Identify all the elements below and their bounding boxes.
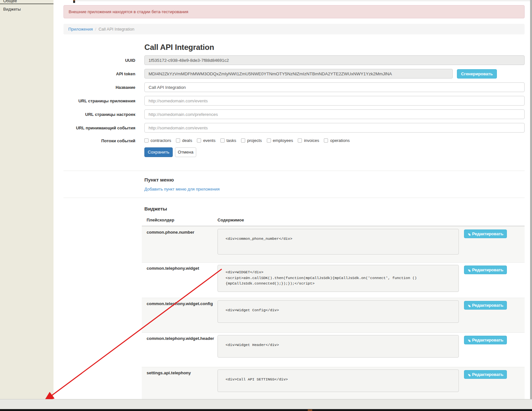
widget-content-code: <div>Widget Config</div> [218, 300, 459, 323]
app-url-label: URL страницы приложения [0, 98, 135, 103]
checkbox-box[interactable] [220, 138, 225, 143]
api-token-field[interactable] [144, 69, 453, 79]
bottom-edge-highlight [308, 409, 312, 411]
widget-content-code: <div>Widget Header</div> [218, 335, 459, 358]
app-url-field[interactable] [144, 96, 525, 106]
uuid-label: UUID [0, 58, 135, 63]
beta-alert: Внешние приложения находятся в стадии бе… [63, 5, 525, 18]
app-window: Общее Виджеты Внешние приложения находят… [0, 0, 532, 411]
checkbox-box[interactable] [176, 138, 180, 143]
section-divider [63, 171, 525, 171]
cancel-button[interactable]: Отмена [175, 147, 196, 157]
column-header-placeholder: Плейсхолдер [147, 218, 174, 222]
section-divider [63, 198, 525, 198]
breadcrumb: Приложения/Call API Integration [63, 24, 525, 34]
checkbox-contractors[interactable]: contractors [144, 138, 171, 143]
widget-table-row: common.telephony.widget.header <div>Widg… [142, 332, 525, 367]
pencil-icon: ✎ [465, 339, 473, 342]
pencil-icon: ✎ [465, 304, 473, 307]
settings-url-field[interactable] [144, 109, 525, 119]
checkbox-box[interactable] [197, 138, 201, 143]
widget-placeholder-name: common.telephony.widget.header [147, 336, 214, 341]
widget-table-row: settings.api.telephony <div>Call API SET… [142, 367, 525, 399]
cutoff-header-underline [74, 1, 532, 1]
widget-placeholder-name: common.telephony.widget.config [147, 301, 213, 306]
checkbox-box[interactable] [324, 138, 328, 143]
checkbox-employees[interactable]: employees [267, 138, 293, 143]
checkbox-invoices[interactable]: invoices [298, 138, 319, 143]
breadcrumb-link-applications[interactable]: Приложения [68, 27, 93, 32]
widget-placeholder-name: common.phone.number [147, 230, 194, 235]
widget-placeholder-name: common.telephony.widget [147, 266, 199, 271]
cutoff-header-fragment [73, 0, 75, 3]
edit-widget-button[interactable]: ✎Редактировать [464, 336, 507, 344]
pencil-icon: ✎ [465, 233, 473, 236]
edit-widget-button[interactable]: ✎Редактировать [464, 229, 507, 238]
page-title: Call API Integration [144, 43, 214, 52]
checkbox-projects[interactable]: projects [241, 138, 262, 143]
name-field[interactable] [144, 82, 525, 92]
vertical-scrollbar[interactable] [530, 0, 532, 399]
checkbox-box[interactable] [241, 138, 245, 143]
widget-content-code: <div>Call API SETTINGS</div> [218, 369, 459, 392]
widget-table-row: common.phone.number <div>common_phone_nu… [142, 226, 525, 262]
event-streams-row: contractors deals events tasks projects … [144, 138, 350, 143]
bottom-edge-strip [0, 409, 532, 411]
bottom-toolbar: WIDGET 65 2 [0, 399, 532, 409]
events-url-field[interactable] [144, 123, 525, 133]
events-url-label: URL принимающий события [0, 126, 135, 130]
sidebar-item-widgets[interactable]: Виджеты [0, 7, 53, 12]
uuid-field[interactable] [144, 55, 525, 65]
checkbox-box[interactable] [267, 138, 271, 143]
api-token-label: API token [0, 71, 135, 76]
sidebar-item-label: Виджеты [3, 7, 21, 12]
edit-widget-button[interactable]: ✎Редактировать [464, 301, 507, 310]
checkbox-box[interactable] [298, 138, 302, 143]
checkbox-events[interactable]: events [197, 138, 215, 143]
settings-url-label: URL страницы настроек [0, 112, 135, 117]
checkbox-operations[interactable]: operations [324, 138, 350, 143]
widgets-section-title: Виджеты [144, 206, 167, 212]
checkbox-tasks[interactable]: tasks [220, 138, 236, 143]
widget-content-code: <div>common_phone_number</div> [218, 229, 459, 255]
name-label: Название [0, 85, 135, 90]
pencil-icon: ✎ [465, 374, 473, 377]
beta-alert-text: Внешние приложения находятся в стадии бе… [69, 9, 188, 14]
sidebar-item-label: Общее [3, 0, 17, 3]
breadcrumb-separator: / [93, 27, 99, 32]
pencil-icon: ✎ [465, 269, 473, 272]
widget-content-code: <div>WIDGET</div> <script>a9n.callSDK().… [218, 265, 459, 292]
sidebar-divider [0, 4, 53, 4]
generate-token-button[interactable]: Сгенерировать [457, 69, 497, 79]
column-header-content: Содержимое [218, 218, 244, 222]
checkbox-deals[interactable]: deals [176, 138, 192, 143]
widget-table-row: common.telephony.widget <div>WIDGET</div… [142, 262, 525, 298]
breadcrumb-current: Call API Integration [99, 27, 134, 32]
widget-placeholder-name: settings.api.telephony [147, 370, 191, 375]
sidebar-item-general[interactable]: Общее [0, 0, 53, 3]
save-button[interactable]: Сохранить [144, 147, 173, 157]
widget-table-row: common.telephony.widget.config <div>Widg… [142, 298, 525, 332]
event-streams-label: Потоки событий [0, 138, 135, 143]
edit-widget-button[interactable]: ✎Редактировать [464, 370, 507, 379]
menu-section-title: Пункт меню [144, 177, 174, 183]
checkbox-box[interactable] [144, 138, 149, 143]
edit-widget-button[interactable]: ✎Редактировать [464, 266, 507, 274]
add-menu-item-link[interactable]: Добавить пункт меню для приложения [144, 187, 219, 191]
